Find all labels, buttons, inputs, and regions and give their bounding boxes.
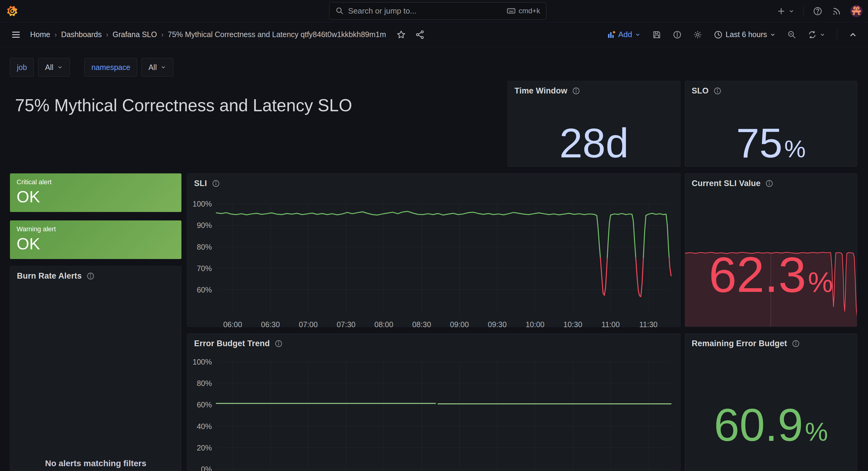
alert-state: OK (17, 234, 175, 253)
alert-label: Warning alert (17, 225, 175, 233)
star-button[interactable] (396, 30, 406, 39)
info-circle-icon[interactable] (212, 179, 220, 187)
refresh-icon (808, 30, 817, 39)
save-icon (652, 30, 661, 39)
svg-text:60%: 60% (197, 286, 212, 294)
caret-up-icon (849, 30, 857, 39)
alert-label: Critical alert (17, 178, 175, 186)
panel-sli: SLI 06:0006:3007:0007:3008:0008:3009:000… (187, 173, 681, 327)
clock-icon (714, 30, 723, 39)
breadcrumb-home[interactable]: Home (30, 30, 50, 39)
svg-text:10:30: 10:30 (563, 320, 582, 327)
panel-header[interactable]: Time Window (508, 81, 680, 96)
chevron-down-icon (770, 32, 776, 38)
error-budget-trend-chart[interactable]: 100%80%60%40%20%0% (187, 334, 681, 471)
info-circle-icon[interactable] (792, 340, 800, 348)
svg-text:0%: 0% (201, 465, 212, 471)
panel-time-window: Time Window 28d (507, 81, 681, 167)
info-circle-icon[interactable] (713, 87, 721, 95)
search-icon (336, 7, 344, 15)
info-circle-icon[interactable] (765, 179, 773, 187)
stat-value: 60.9% (685, 402, 857, 448)
variable-namespace-label[interactable]: namespace (84, 58, 137, 77)
breadcrumb-current: 75% Mythical Correctness and Latency qtf… (168, 30, 386, 39)
share-button[interactable] (415, 30, 425, 39)
svg-text:100%: 100% (193, 358, 212, 366)
breadcrumb-separator: › (161, 30, 164, 39)
rss-icon (832, 6, 841, 16)
panel-header[interactable]: Remaining Error Budget (685, 334, 857, 348)
info-circle-icon (673, 30, 682, 39)
zoom-out-icon (787, 30, 796, 39)
svg-text:80%: 80% (197, 379, 212, 387)
gear-icon (693, 30, 702, 39)
panel-warning-alert[interactable]: Warning alert OK (10, 220, 181, 259)
svg-text:70%: 70% (197, 264, 212, 273)
svg-text:100%: 100% (193, 200, 212, 208)
plus-icon (777, 7, 786, 16)
svg-text:06:00: 06:00 (223, 320, 242, 327)
info-circle-icon[interactable] (572, 87, 580, 95)
avatar[interactable] (850, 5, 863, 17)
variable-job-value[interactable]: All (38, 58, 70, 77)
keyboard-icon (507, 6, 516, 16)
add-panel-button[interactable]: Add (607, 30, 641, 39)
news-button[interactable] (832, 6, 841, 16)
panel-header[interactable]: Burn Rate Alerts (10, 266, 181, 281)
share-icon (415, 30, 425, 39)
stat-value: 62.3% (685, 250, 857, 300)
zoom-out-button[interactable] (787, 30, 796, 39)
panel-critical-alert[interactable]: Critical alert OK (10, 173, 181, 212)
empty-state-message: No alerts matching filters (10, 459, 181, 468)
info-circle-icon[interactable] (275, 340, 283, 348)
new-button[interactable] (777, 7, 795, 16)
svg-text:11:00: 11:00 (601, 320, 620, 327)
panel-remaining-error-budget: Remaining Error Budget 60.9% (685, 333, 857, 471)
variable-namespace-value[interactable]: All (141, 58, 173, 77)
page-title: 75% Mythical Correctness and Latency SLO (15, 95, 352, 115)
panel-add-icon (607, 30, 615, 39)
panel-header[interactable]: SLO (685, 81, 857, 96)
panel-burn-rate-alerts: Burn Rate Alerts No alerts matching filt… (10, 266, 181, 471)
dashboard-insights-button[interactable] (673, 30, 682, 39)
help-button[interactable] (813, 6, 823, 16)
save-button[interactable] (652, 30, 661, 39)
svg-text:09:30: 09:30 (488, 320, 507, 327)
svg-text:80%: 80% (197, 243, 212, 251)
chevron-down-icon (635, 32, 641, 38)
panel-header[interactable]: Error Budget Trend (187, 334, 680, 348)
sli-time-series-chart[interactable]: 06:0006:3007:0007:3008:0008:3009:0009:30… (187, 174, 681, 327)
grafana-logo[interactable] (7, 5, 18, 17)
svg-text:10:00: 10:00 (526, 320, 545, 327)
top-bar: Search or jump to... cmd+k (0, 0, 868, 22)
refresh-button[interactable] (808, 30, 826, 39)
svg-text:08:00: 08:00 (374, 320, 393, 327)
breadcrumb-dashboards[interactable]: Dashboards (61, 30, 102, 39)
help-icon (813, 6, 823, 16)
menu-button[interactable] (11, 30, 21, 40)
panel-header[interactable]: SLI (187, 174, 680, 188)
svg-text:20%: 20% (197, 444, 212, 452)
time-range-label: Last 6 hours (725, 30, 767, 39)
divider (837, 29, 837, 40)
breadcrumb-folder[interactable]: Grafana SLO (113, 30, 157, 39)
settings-button[interactable] (693, 30, 702, 39)
collapse-toolbar-button[interactable] (849, 30, 857, 39)
svg-text:90%: 90% (197, 221, 212, 230)
breadcrumb-separator: › (55, 30, 57, 39)
svg-text:07:00: 07:00 (299, 320, 318, 327)
breadcrumb-separator: › (106, 30, 108, 39)
svg-text:07:30: 07:30 (337, 320, 355, 327)
variable-job-label[interactable]: job (10, 58, 34, 77)
stat-value: 75% (685, 122, 857, 164)
menu-icon (11, 30, 21, 40)
chevron-down-icon (57, 64, 63, 70)
svg-text:11:30: 11:30 (639, 320, 658, 327)
time-range-picker[interactable]: Last 6 hours (714, 30, 776, 39)
search-input[interactable]: Search or jump to... cmd+k (329, 2, 547, 20)
chevron-down-icon (788, 8, 795, 14)
template-variables: job All namespace All (10, 58, 173, 77)
svg-text:08:30: 08:30 (412, 320, 431, 327)
info-circle-icon[interactable] (87, 272, 95, 280)
panel-header[interactable]: Current SLI Value (685, 174, 857, 188)
